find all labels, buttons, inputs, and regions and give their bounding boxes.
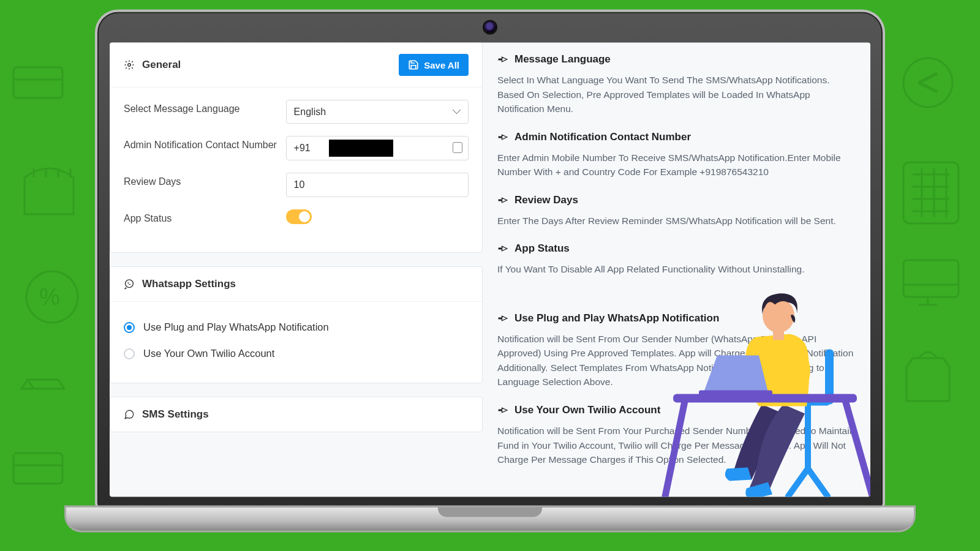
point-right-icon: [497, 54, 508, 65]
general-heading: General: [142, 59, 181, 71]
app-status-toggle[interactable]: [286, 209, 312, 224]
svg-point-7: [128, 64, 131, 67]
language-select[interactable]: English: [286, 100, 469, 124]
redacted-phone: [329, 140, 393, 157]
svg-text:%: %: [39, 284, 60, 310]
language-label: Select Message Language: [124, 100, 286, 114]
help-wa-twilio-text: Notification will be Sent From Your Purc…: [497, 424, 857, 467]
svg-point-8: [126, 280, 134, 288]
sms-heading: SMS Settings: [142, 408, 209, 421]
help-admin-text: Enter Admin Mobile Number To Receive SMS…: [497, 151, 857, 179]
radio-plug-and-play[interactable]: Use Plug and Play WhatsApp Notification: [124, 314, 469, 340]
whatsapp-icon: [124, 279, 135, 290]
svg-rect-0: [13, 67, 62, 98]
laptop-frame: General Save All: [95, 9, 885, 511]
svg-rect-5: [903, 162, 959, 223]
whatsapp-heading: Whatsapp Settings: [142, 278, 236, 290]
help-admin-title: Admin Notification Contact Number: [514, 131, 691, 143]
point-right-icon: [497, 132, 508, 143]
gear-icon: [124, 59, 135, 70]
review-days-label: Review Days: [124, 173, 286, 187]
radio-icon: [124, 322, 135, 333]
radio-icon: [124, 348, 135, 359]
point-right-icon: [497, 244, 508, 255]
app-screen: General Save All: [110, 42, 870, 497]
point-right-icon: [497, 195, 508, 206]
help-wa-plug-title: Use Plug and Play WhatsApp Notification: [514, 312, 719, 324]
help-review-text: Enter The Days After Review Reminder SMS…: [497, 214, 857, 228]
laptop-base: [64, 505, 916, 532]
save-all-button[interactable]: Save All: [399, 54, 469, 76]
point-right-icon: [497, 313, 508, 324]
help-review-title: Review Days: [514, 194, 578, 206]
point-right-icon: [497, 496, 508, 497]
help-wa-plug-text: Notification will be Sent From Our Sende…: [497, 332, 857, 389]
radio-plug-label: Use Plug and Play WhatsApp Notification: [143, 321, 329, 333]
help-wa-twilio-title: Use Your Own Twilio Account: [514, 404, 660, 416]
svg-point-4: [903, 58, 952, 107]
help-msg-lang-text: Select In What Language You Want To Send…: [497, 73, 857, 116]
svg-rect-3: [13, 453, 62, 484]
admin-contact-label: Admin Notification Contact Number: [124, 136, 286, 151]
help-sms-plug-title: Use Plug and Play SMS Notification: [514, 495, 690, 497]
save-icon: [408, 59, 419, 70]
webcam: [484, 21, 496, 32]
app-status-label: App Status: [124, 209, 286, 224]
radio-twilio-label: Use Your Own Twilio Account: [143, 348, 274, 359]
help-column: Message Language Select In What Language…: [490, 42, 870, 497]
review-days-input[interactable]: [286, 173, 469, 197]
whatsapp-panel: Whatsapp Settings Use Plug and Play What…: [110, 266, 483, 383]
chat-icon: [124, 409, 135, 420]
help-msg-lang-title: Message Language: [514, 53, 611, 66]
save-all-label: Save All: [424, 60, 459, 70]
general-panel: General Save All: [110, 42, 483, 253]
point-right-icon: [497, 405, 508, 416]
svg-rect-6: [903, 260, 959, 297]
help-status-title: App Status: [514, 243, 570, 255]
contact-card-icon: [453, 142, 462, 153]
radio-own-twilio[interactable]: Use Your Own Twilio Account: [124, 340, 469, 367]
help-status-text: If You Want To Disable All App Related F…: [497, 263, 857, 277]
sms-panel: SMS Settings: [110, 397, 483, 432]
